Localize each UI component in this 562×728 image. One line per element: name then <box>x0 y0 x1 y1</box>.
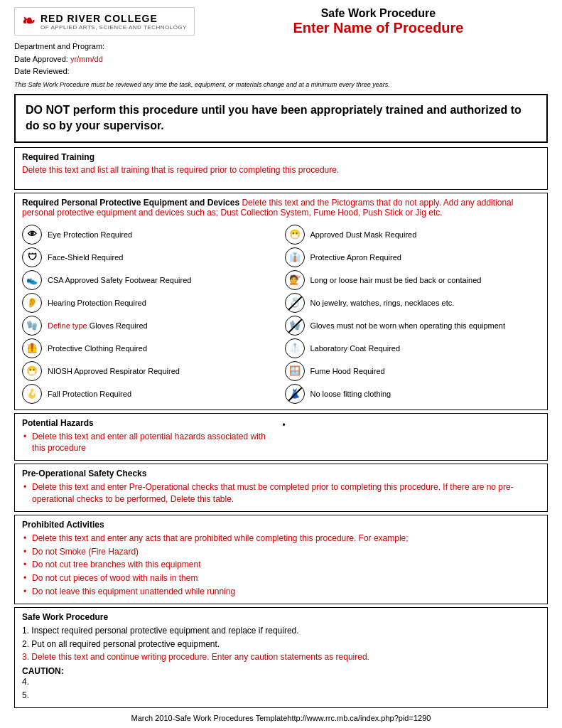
protective-clothing-icon: 🦺 <box>22 338 42 358</box>
ppe-item: 👁 Eye Protection Required <box>22 223 278 246</box>
ppe-item: 🪝 Fall Protection Required <box>22 382 278 405</box>
ppe-label: Face-Shield Required <box>48 253 123 262</box>
ppe-item: 👔 Protective Apron Required <box>285 246 541 269</box>
footer-text: March 2010-Safe Work Procedures Template <box>131 714 288 722</box>
date-approved-line: Date Approved: yr/mm/dd <box>14 53 548 66</box>
footer-link[interactable]: http://www.rrc.mb.ca/index.php?pid=1290 <box>287 714 431 722</box>
respirator-icon: 😷 <box>22 361 42 381</box>
ppe-header: Required Personal Protective Equipment a… <box>22 198 540 218</box>
page-header: ❧ RED RIVER COLLEGE OF APPLIED ARTS, SCI… <box>14 7 548 36</box>
ppe-label: Fall Protection Required <box>48 390 131 398</box>
meta-note: This Safe Work Procedure must be reviewe… <box>14 81 548 88</box>
ppe-label: Define type Gloves Required <box>48 321 148 330</box>
list-item: 3. Delete this text and continue writing… <box>22 651 540 663</box>
ppe-item: 🪟 Fume Hood Required <box>285 360 541 382</box>
prohibited-list: Delete this text and enter any acts that… <box>22 532 540 598</box>
ppe-label: Protective Apron Required <box>310 253 401 262</box>
ppe-item: 💇 Long or loose hair must be tied back o… <box>285 269 541 291</box>
ppe-label: Fume Hood Required <box>310 367 385 375</box>
no-loose-clothing-icon: 👗 <box>285 384 305 404</box>
list-item: 1. Inspect required personal protective … <box>22 625 540 637</box>
hazards-grid: Potential Hazards Delete this text and e… <box>22 418 540 456</box>
hazards-title: Potential Hazards <box>22 418 281 428</box>
list-item: 2. Put on all required personal protecti… <box>22 638 540 651</box>
ppe-label: CSA Approved Safety Footwear Required <box>48 276 191 284</box>
list-item: 4. <box>22 676 540 688</box>
list-item: Delete this text and enter all potential… <box>22 431 281 455</box>
prohibited-section: Prohibited Activities Delete this text a… <box>14 515 548 604</box>
ppe-item: 🧤 Gloves must not be worn when operating… <box>285 314 541 337</box>
ppe-left: 👁 Eye Protection Required 🛡 Face-Shield … <box>22 223 278 405</box>
ppe-item: 👂 Hearing Protection Required <box>22 291 278 314</box>
safe-work-section: Safe Work Procedure 1. Inspect required … <box>14 607 548 708</box>
lab-coat-icon: 🥼 <box>285 338 305 358</box>
date-approved-value: yr/mm/dd <box>70 55 103 63</box>
list-item: Do not leave this equipment unattended w… <box>22 586 540 598</box>
safe-work-title: Safe Work Procedure <box>22 612 540 622</box>
ppe-item: 👟 CSA Approved Safety Footwear Required <box>22 269 278 291</box>
prohibited-title: Prohibited Activities <box>22 520 540 530</box>
ppe-label: Hearing Protection Required <box>48 299 146 307</box>
page-title: Safe Work Procedure <box>209 7 548 20</box>
dept-line: Department and Program: <box>14 41 548 53</box>
title-area: Safe Work Procedure Enter Name of Proced… <box>209 7 548 36</box>
ppe-label: No loose fitting clothing <box>310 390 391 398</box>
hearing-protection-icon: 👂 <box>22 293 42 313</box>
logo-icon: ❧ <box>22 12 35 31</box>
caution-label: CAUTION: <box>22 666 540 676</box>
hazards-right <box>281 418 541 456</box>
ppe-right: 😷 Approved Dust Mask Required 👔 Protecti… <box>285 223 541 405</box>
list-item: Do not cut pieces of wood with nails in … <box>22 572 540 584</box>
hazards-list: Delete this text and enter all potential… <box>22 431 281 455</box>
list-item: Delete this text and enter any acts that… <box>22 532 540 545</box>
safe-work-steps: 1. Inspect required personal protective … <box>22 625 540 663</box>
eye-protection-icon: 👁 <box>22 225 42 245</box>
ppe-label: Gloves must not be worn when operating t… <box>310 321 506 330</box>
safe-work-steps2: 4. 5. <box>22 676 540 702</box>
required-training-title: Required Training <box>22 152 540 162</box>
meta-area: Department and Program: Date Approved: y… <box>14 41 548 78</box>
list-item: Delete this text and enter Pre-Operation… <box>22 481 540 505</box>
hair-icon: 💇 <box>285 270 305 290</box>
ppe-grid: 👁 Eye Protection Required 🛡 Face-Shield … <box>22 223 540 405</box>
procedure-name: Enter Name of Procedure <box>209 20 548 36</box>
ppe-title: Required Personal Protective Equipment a… <box>22 198 239 208</box>
required-training-body: Delete this text and list all training t… <box>22 165 540 175</box>
list-item: Do not cut tree branches with this equip… <box>22 559 540 571</box>
gloves-icon: 🧤 <box>22 316 42 336</box>
apron-icon: 👔 <box>285 247 305 267</box>
ppe-item: 🦺 Protective Clothing Required <box>22 337 278 360</box>
face-shield-icon: 🛡 <box>22 247 42 267</box>
ppe-section: Required Personal Protective Equipment a… <box>14 193 548 410</box>
fume-hood-icon: 🪟 <box>285 361 305 381</box>
date-reviewed-line: Date Reviewed: <box>14 65 548 78</box>
potential-hazards-section: Potential Hazards Delete this text and e… <box>14 413 548 461</box>
pre-operational-title: Pre-Operational Safety Checks <box>22 469 540 478</box>
no-jewelry-icon: 💍 <box>285 293 305 313</box>
page-footer: March 2010-Safe Work Procedures Template… <box>14 714 548 722</box>
safety-footwear-icon: 👟 <box>22 270 42 290</box>
ppe-label: Laboratory Coat Required <box>310 344 401 353</box>
ppe-item: 💍 No jewelry, watches, rings, necklaces … <box>285 291 541 314</box>
dust-mask-icon: 😷 <box>285 225 305 245</box>
ppe-item: 👗 No loose fitting clothing <box>285 382 541 405</box>
pre-operational-section: Pre-Operational Safety Checks Delete thi… <box>14 464 548 512</box>
ppe-label: Approved Dust Mask Required <box>310 230 417 239</box>
fall-protection-icon: 🪝 <box>22 384 42 404</box>
ppe-item: 🧤 Define type Gloves Required <box>22 314 278 337</box>
ppe-item: 😷 Approved Dust Mask Required <box>285 223 541 246</box>
no-gloves-icon: 🧤 <box>285 316 305 336</box>
ppe-label: No jewelry, watches, rings, necklaces et… <box>310 299 455 307</box>
ppe-item: 🛡 Face-Shield Required <box>22 246 278 269</box>
pre-operational-list: Delete this text and enter Pre-Operation… <box>22 481 540 505</box>
list-item: Do not Smoke (Fire Hazard) <box>22 546 540 558</box>
logo-text: RED RIVER COLLEGE OF APPLIED ARTS, SCIEN… <box>40 13 187 31</box>
logo-sub: OF APPLIED ARTS, SCIENCE AND TECHNOLOGY <box>40 24 187 31</box>
warning-box: DO NOT perform this procedure until you … <box>14 94 548 143</box>
ppe-item: 😷 NIOSH Approved Respirator Required <box>22 360 278 382</box>
hazards-left: Potential Hazards Delete this text and e… <box>22 418 281 456</box>
ppe-label: Protective Clothing Required <box>48 344 147 353</box>
required-training-section: Required Training Delete this text and l… <box>14 147 548 190</box>
ppe-label: Long or loose hair must be tied back or … <box>310 276 482 284</box>
logo-name: RED RIVER COLLEGE <box>40 13 187 24</box>
